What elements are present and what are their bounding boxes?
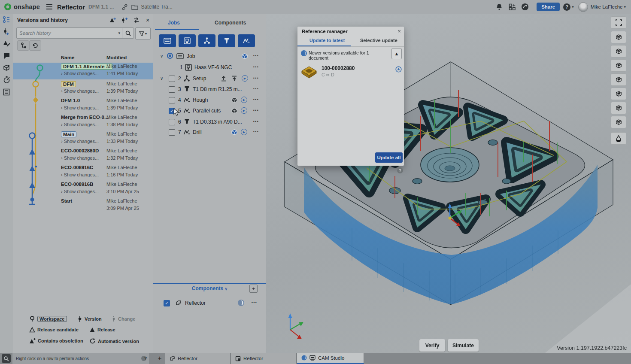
tab-selective-update[interactable]: Selective update (360, 38, 397, 43)
operation-checkbox-checked[interactable]: ✓ (169, 108, 175, 114)
search-history-input[interactable] (17, 30, 116, 36)
tab-assembly[interactable]: Reflector (231, 353, 297, 364)
generate-toolpath-play-icon[interactable]: ▶ (241, 107, 247, 114)
simulate-button[interactable]: Simulate (448, 339, 479, 352)
onshape-logo-icon[interactable] (4, 3, 12, 11)
release-rail-icon[interactable] (0, 38, 13, 50)
publish-icon[interactable] (220, 75, 227, 82)
new-machine-button[interactable] (179, 34, 196, 47)
show-changes-link[interactable]: › Show changes... (61, 155, 99, 161)
row-menu-icon[interactable]: ⋯ (253, 96, 259, 103)
update-available-icon[interactable] (237, 299, 245, 306)
tree-row-operation[interactable]: 4 Rough ▶ ⋯ (153, 95, 266, 106)
add-tab-button[interactable]: + (155, 353, 165, 364)
version-row[interactable]: DFM 1.0 Mike LaFleche › Show changes... … (13, 97, 153, 114)
operation-checkbox[interactable] (169, 129, 175, 136)
tab-cam-studio[interactable]: CAM Studio (297, 353, 364, 364)
update-all-button[interactable]: Update all (375, 152, 403, 163)
document-version[interactable]: DFM 1.1 ... (88, 4, 114, 10)
tree-row-operation[interactable]: ✓ 5 Parallel cuts ▶ ⋯ (153, 106, 266, 116)
show-changes-link[interactable]: › Show changes... (61, 122, 99, 127)
expander-icon[interactable]: ∨ (160, 54, 163, 58)
hamburger-menu-icon[interactable] (46, 4, 53, 10)
tab-jobs[interactable]: Jobs (168, 20, 180, 26)
comments-rail-icon[interactable] (0, 50, 13, 62)
tab-components[interactable]: Components (215, 20, 246, 26)
restore-toggle[interactable] (29, 40, 41, 51)
show-changes-link[interactable]: › Show changes... (61, 139, 99, 144)
create-branch-icon[interactable] (120, 16, 129, 24)
tree-row-job[interactable]: ∨ Job ⋯ (153, 51, 266, 62)
create-version-icon[interactable] (108, 16, 117, 24)
view-cube-button-1[interactable] (611, 31, 626, 43)
version-row[interactable]: DFM Mike LaFleche › Show changes... 1:39… (13, 80, 153, 97)
row-menu-icon[interactable]: ⋯ (253, 118, 259, 124)
version-update-icon[interactable] (395, 66, 402, 73)
generate-toolpath-play-icon[interactable]: ▶ (242, 75, 248, 82)
show-changes-link[interactable]: › Show changes... (61, 172, 99, 177)
generate-toolpath-play-icon[interactable]: ▶ (241, 129, 247, 135)
history-timer-rail-icon[interactable] (0, 74, 13, 86)
screen-record-icon[interactable] (2, 354, 11, 363)
compare-versions-icon[interactable] (132, 16, 140, 24)
show-changes-link[interactable]: › Show changes... (61, 88, 99, 94)
new-operation-button[interactable] (238, 34, 255, 47)
version-row[interactable]: Merge from ECO-0... Mike LaFleche › Show… (13, 114, 153, 130)
tree-row-machine[interactable]: 1 Haas VF-6 NGC ⋯ (153, 62, 266, 73)
view-cube-button-2[interactable] (611, 45, 626, 58)
row-menu-icon[interactable]: ⋯ (253, 52, 259, 59)
version-row[interactable]: ECO-008916B Mike LaFleche › Show changes… (13, 181, 153, 197)
new-setup-button[interactable] (198, 34, 215, 47)
toolpath-cube-icon[interactable] (231, 107, 238, 115)
fullscreen-button[interactable] (611, 16, 626, 29)
versions-history-rail-icon[interactable] (0, 14, 13, 26)
breadcrumb[interactable]: Satellite Tra... (141, 4, 172, 10)
verify-button[interactable]: Verify (419, 339, 445, 352)
version-row[interactable]: ECO-00002880D Mike LaFleche › Show chang… (13, 147, 153, 164)
add-component-button[interactable]: + (249, 285, 258, 293)
graph-view-toggle[interactable] (17, 40, 29, 51)
user-name[interactable]: Mike LaFleche (591, 4, 623, 9)
generate-toolpath-play-icon[interactable]: ▶ (241, 97, 247, 103)
user-menu-caret-icon[interactable]: ▾ (624, 5, 626, 9)
search-icon[interactable] (122, 28, 133, 38)
shaded-view-button[interactable] (611, 132, 626, 145)
properties-rail-icon[interactable] (0, 86, 13, 98)
dialog-close-icon[interactable]: × (397, 28, 401, 34)
tab-update-to-latest[interactable]: Update to latest (309, 38, 345, 43)
view-cube-button-5[interactable] (611, 88, 626, 100)
tab-part-studio[interactable]: Reflector (165, 353, 231, 364)
part-insights-rail-icon[interactable] (0, 62, 13, 74)
toolpath-cube-icon[interactable] (231, 128, 238, 136)
move-to-top-icon[interactable] (231, 75, 238, 82)
release-filter-button[interactable]: ▲ (391, 48, 402, 59)
job-radio[interactable] (167, 53, 173, 59)
ai-assistant-icon[interactable] (521, 3, 529, 11)
create-version-rail-icon[interactable] (0, 26, 13, 38)
show-changes-link[interactable]: › Show changes... (61, 189, 99, 194)
version-row[interactable]: Main Mike LaFleche › Show changes... 1:3… (13, 130, 153, 147)
view-cube-button-3[interactable] (611, 59, 626, 72)
new-job-button[interactable] (159, 34, 176, 47)
row-menu-icon[interactable]: ⋯ (253, 106, 259, 113)
show-changes-link[interactable]: › Show changes... (61, 105, 99, 110)
tree-row-setup[interactable]: ∨ 2 Setup ▶ ⋯ (153, 73, 266, 84)
version-row[interactable]: DFM 1.1 Alternate ... Mike LaFleche › Sh… (13, 63, 153, 79)
component-checkbox-checked[interactable]: ✓ (164, 300, 170, 306)
user-avatar[interactable] (578, 2, 588, 12)
row-menu-icon[interactable]: ⋯ (253, 128, 259, 135)
view-cube-button-7[interactable] (611, 116, 626, 128)
view-cube-button-6[interactable] (611, 102, 626, 114)
show-changes-link[interactable]: › Show changes... (61, 71, 99, 76)
operation-checkbox[interactable] (169, 119, 175, 125)
tree-row-tool[interactable]: 3 T1 D8 mm R1.25 m... ⋯ (153, 84, 266, 95)
toolpath-cube-icon[interactable] (231, 96, 238, 104)
row-menu-icon[interactable]: ⋯ (253, 85, 259, 92)
toolpath-cube-icon[interactable] (241, 52, 249, 60)
row-menu-icon[interactable]: ⋯ (251, 299, 258, 306)
notifications-bell-icon[interactable] (496, 3, 503, 10)
tree-row-tool[interactable]: 6 T1 D0.313 in A90 D... ⋯ (153, 117, 266, 127)
setup-checkbox[interactable] (169, 76, 175, 82)
close-panel-icon[interactable]: × (143, 16, 152, 24)
row-menu-icon[interactable]: ⋯ (253, 74, 259, 81)
